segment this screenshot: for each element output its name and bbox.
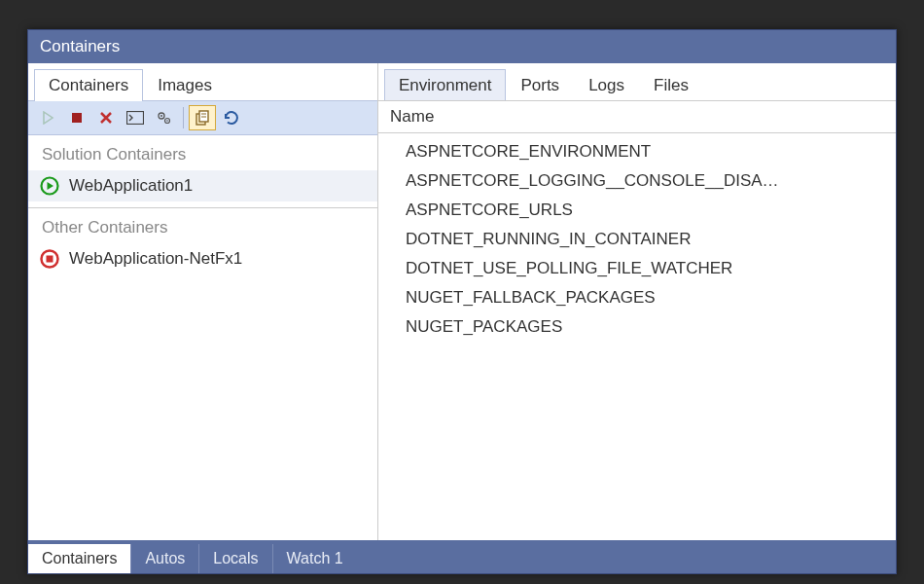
svg-rect-0	[72, 113, 82, 123]
tab-containers[interactable]: Containers	[34, 69, 143, 101]
solution-containers-header: Solution Containers	[28, 135, 377, 170]
container-item-webapplication-netfx1[interactable]: WebApplication-NetFx1	[28, 243, 377, 274]
terminal-button[interactable]	[122, 105, 149, 130]
env-var-row[interactable]: NUGET_FALLBACK_PACKAGES	[378, 283, 896, 312]
svg-point-5	[166, 120, 168, 122]
container-name: WebApplication1	[69, 176, 193, 196]
bottom-tabstrip: Containers Autos Locals Watch 1	[28, 540, 896, 573]
gear-icon	[156, 110, 173, 126]
bottom-tab-autos[interactable]: Autos	[130, 544, 198, 573]
copy-button[interactable]	[189, 105, 216, 130]
env-var-row[interactable]: DOTNET_USE_POLLING_FILE_WATCHER	[378, 254, 896, 283]
env-var-list: ASPNETCORE_ENVIRONMENT ASPNETCORE_LOGGIN…	[378, 133, 896, 346]
env-var-row[interactable]: NUGET_PACKAGES	[378, 312, 896, 342]
tab-ports[interactable]: Ports	[506, 69, 574, 101]
play-icon	[41, 111, 54, 125]
tab-images[interactable]: Images	[143, 69, 227, 101]
refresh-icon	[223, 109, 240, 127]
containers-tool-window: Containers Containers Images	[27, 29, 897, 574]
stop-icon	[70, 111, 84, 125]
svg-rect-12	[47, 256, 53, 263]
tab-logs[interactable]: Logs	[574, 69, 639, 101]
stop-button[interactable]	[63, 105, 90, 130]
container-toolbar	[28, 100, 377, 135]
stopped-icon	[40, 249, 59, 269]
bottom-tab-watch1[interactable]: Watch 1	[272, 544, 357, 573]
other-containers-header: Other Containers	[28, 208, 377, 243]
bottom-tab-containers[interactable]: Containers	[28, 544, 130, 573]
delete-icon	[98, 110, 114, 126]
right-tabstrip: Environment Ports Logs Files	[384, 69, 896, 101]
tab-environment[interactable]: Environment	[384, 69, 506, 101]
start-button[interactable]	[34, 105, 61, 130]
env-var-row[interactable]: DOTNET_RUNNING_IN_CONTAINER	[378, 225, 896, 254]
content-area: Containers Images	[28, 63, 896, 540]
env-var-row[interactable]: ASPNETCORE_ENVIRONMENT	[378, 137, 896, 166]
svg-rect-1	[127, 112, 144, 125]
terminal-icon	[126, 111, 144, 125]
container-name: WebApplication-NetFx1	[69, 249, 242, 269]
bottom-tab-locals[interactable]: Locals	[198, 544, 271, 573]
refresh-button[interactable]	[218, 105, 245, 130]
left-tabstrip: Containers Images	[34, 69, 377, 101]
env-var-row[interactable]: ASPNETCORE_URLS	[378, 196, 896, 225]
tab-files[interactable]: Files	[639, 69, 703, 101]
right-panel: Environment Ports Logs Files Name ASPNET…	[378, 63, 896, 540]
env-var-row[interactable]: ASPNETCORE_LOGGING__CONSOLE__DISA…	[378, 166, 896, 196]
window-body: Containers Images	[28, 63, 896, 573]
delete-button[interactable]	[92, 105, 120, 130]
copy-icon	[194, 109, 211, 127]
window-title: Containers	[28, 30, 896, 63]
toolbar-separator	[183, 107, 184, 128]
left-panel: Containers Images	[28, 63, 378, 540]
settings-button[interactable]	[151, 105, 178, 130]
running-icon	[40, 176, 59, 196]
container-item-webapplication1[interactable]: WebApplication1	[28, 170, 377, 201]
svg-point-3	[160, 115, 162, 117]
env-column-header[interactable]: Name	[378, 100, 896, 133]
